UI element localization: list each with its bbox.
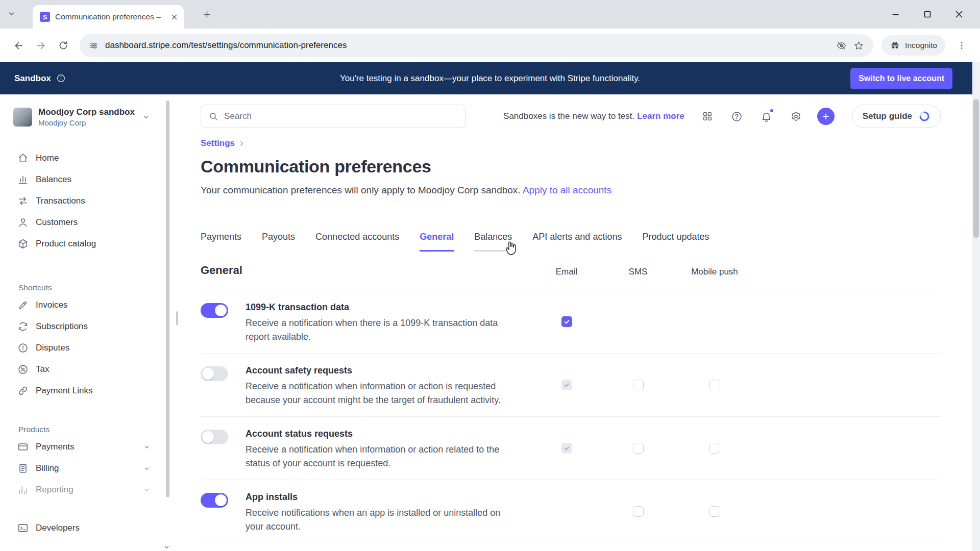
billing-icon <box>17 463 29 474</box>
learn-more-link[interactable]: Learn more <box>637 111 684 121</box>
sidebar-item-label: Balances <box>36 174 150 185</box>
gear-icon[interactable] <box>788 108 805 125</box>
stripe-favicon: S <box>40 12 50 22</box>
sidebar-item-reporting[interactable]: Reporting <box>0 479 180 500</box>
transactions-icon <box>17 195 29 207</box>
mobile-push-checkbox[interactable] <box>709 380 720 390</box>
minimize-icon[interactable] <box>880 0 912 29</box>
apps-grid-icon[interactable] <box>699 108 716 125</box>
chevron-down-icon <box>143 487 150 493</box>
sidebar-item-invoices[interactable]: Invoices <box>0 294 180 316</box>
url-bar[interactable]: dashboard.stripe.com/test/settings/commu… <box>80 34 873 57</box>
mobile-push-checkbox[interactable] <box>709 506 720 517</box>
incognito-badge: Incognito <box>881 35 945 56</box>
toggle-app-installs[interactable] <box>201 493 228 508</box>
search-icon <box>208 111 218 121</box>
tab-payments[interactable]: Payments <box>201 232 241 252</box>
tab-payouts[interactable]: Payouts <box>262 232 295 252</box>
sms-checkbox[interactable] <box>633 380 644 390</box>
home-icon <box>17 153 29 164</box>
tab-general[interactable]: General <box>420 232 454 252</box>
search-input[interactable] <box>201 105 466 128</box>
new-tab-icon[interactable] <box>202 10 212 19</box>
page-scrollbar[interactable] <box>972 62 980 551</box>
disputes-icon <box>17 342 29 354</box>
toggle-account-status[interactable] <box>201 430 228 444</box>
mobile-push-checkbox[interactable] <box>709 443 720 454</box>
sidebar-item-developers[interactable]: Developers <box>0 517 180 539</box>
product-catalog-icon <box>17 238 29 249</box>
apply-all-accounts-link[interactable]: Apply to all accounts <box>523 185 611 195</box>
site-settings-icon[interactable] <box>89 41 99 51</box>
sidebar-item-product-catalog[interactable]: Product catalog <box>0 233 180 255</box>
tab-balances[interactable]: Balances <box>474 232 512 252</box>
forward-icon[interactable] <box>30 34 52 57</box>
pref-title: 1099-K transaction data <box>246 302 531 313</box>
sidebar-scrollbar[interactable] <box>166 101 169 497</box>
avatar <box>13 108 32 127</box>
invoices-icon <box>17 299 29 311</box>
sidebar-item-subscriptions[interactable]: Subscriptions <box>0 316 180 337</box>
scroll-down-icon[interactable] <box>163 544 170 550</box>
sidebar-item-payments[interactable]: Payments <box>0 436 180 458</box>
pref-row-account-safety: Account safety requests Receive a notifi… <box>201 354 941 417</box>
info-icon[interactable] <box>56 73 66 83</box>
browser-menu-icon[interactable] <box>950 34 973 57</box>
column-sms: SMS <box>602 267 674 277</box>
account-switcher[interactable]: Moodjoy Corp sandbox Moodjoy Corp <box>0 106 180 128</box>
pref-description: Receive a notification when information … <box>246 443 513 470</box>
toggle-account-safety[interactable] <box>201 366 228 381</box>
sms-checkbox[interactable] <box>633 443 644 454</box>
setup-guide-button[interactable]: Setup guide <box>852 105 941 128</box>
maximize-icon[interactable] <box>912 0 943 29</box>
close-window-icon[interactable] <box>943 0 975 29</box>
email-checkbox <box>561 443 572 454</box>
search-field[interactable] <box>224 111 458 121</box>
sidebar-item-transactions[interactable]: Transactions <box>0 190 180 212</box>
email-checkbox[interactable] <box>561 316 572 327</box>
sidebar-item-tax[interactable]: Tax <box>0 359 180 380</box>
bookmark-star-icon[interactable] <box>853 40 864 51</box>
page-scrollbar-thumb[interactable] <box>973 99 979 238</box>
account-name: Moodjoy Corp sandbox <box>38 107 136 117</box>
sms-checkbox[interactable] <box>633 506 644 517</box>
sidebar-item-label: Transactions <box>36 196 150 206</box>
browser-tab[interactable]: S Communication preferences – <box>33 5 184 29</box>
sidebar-item-label: Subscriptions <box>36 321 150 332</box>
back-icon[interactable] <box>7 34 30 57</box>
breadcrumb[interactable]: Settings <box>201 138 245 148</box>
tab-connected-accounts[interactable]: Connected accounts <box>315 232 399 252</box>
tab-search-chevron-icon[interactable] <box>7 10 16 18</box>
sidebar-item-home[interactable]: Home <box>0 147 180 169</box>
chevron-down-icon <box>142 113 150 121</box>
sidebar-resize-handle[interactable] <box>176 311 178 325</box>
sidebar-item-customers[interactable]: Customers <box>0 212 180 233</box>
sidebar-item-disputes[interactable]: Disputes <box>0 337 180 359</box>
switch-to-live-button[interactable]: Switch to live account <box>850 68 952 89</box>
breadcrumb-settings[interactable]: Settings <box>201 138 235 148</box>
bell-icon[interactable] <box>758 108 775 125</box>
toggle-1099k[interactable] <box>201 303 228 318</box>
tab-api-alerts[interactable]: API alerts and actions <box>532 232 622 252</box>
help-icon[interactable] <box>728 108 746 125</box>
sidebar-item-label: Reporting <box>36 485 136 495</box>
sidebar-item-billing[interactable]: Billing <box>0 458 180 479</box>
preview-eye-off-icon[interactable] <box>836 40 847 51</box>
developers-icon <box>17 522 29 534</box>
sandboxes-notice: Sandboxes is the new way to test.Learn m… <box>503 111 684 121</box>
tab-product-updates[interactable]: Product updates <box>642 232 709 252</box>
customers-icon <box>17 217 29 228</box>
sandbox-banner: Sandbox You're testing in a sandbox—your… <box>0 62 980 94</box>
pref-title: Account safety requests <box>246 365 531 376</box>
reload-icon[interactable] <box>52 34 75 57</box>
sidebar-item-payment-links[interactable]: Payment Links <box>0 380 180 402</box>
tab-close-icon[interactable] <box>170 13 179 21</box>
sidebar-item-label: Payment Links <box>36 386 150 396</box>
balances-icon <box>17 174 29 185</box>
create-plus-icon[interactable] <box>817 108 835 125</box>
url-text[interactable]: dashboard.stripe.com/test/settings/commu… <box>105 40 829 51</box>
column-mobile-push: Mobile push <box>674 267 755 277</box>
sidebar-item-balances[interactable]: Balances <box>0 169 180 190</box>
spinner-icon <box>919 111 930 122</box>
preference-tabs: Payments Payouts Connected accounts Gene… <box>201 232 980 252</box>
